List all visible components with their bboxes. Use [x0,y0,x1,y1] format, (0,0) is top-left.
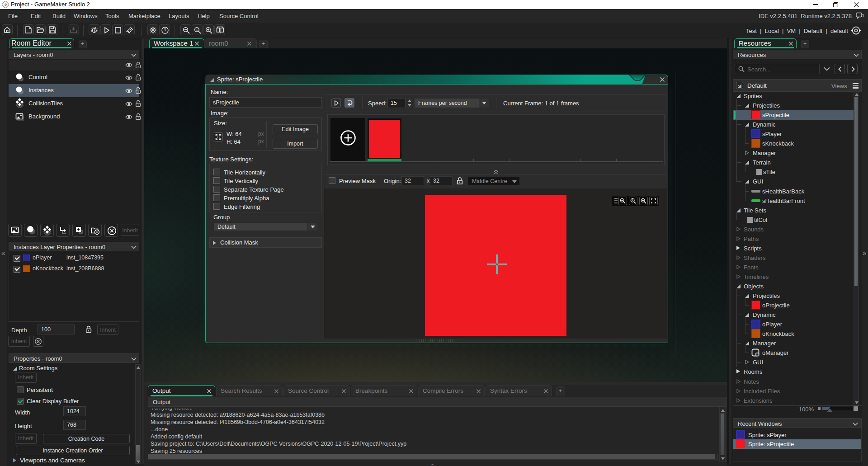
svg-text:?: ? [164,28,166,33]
